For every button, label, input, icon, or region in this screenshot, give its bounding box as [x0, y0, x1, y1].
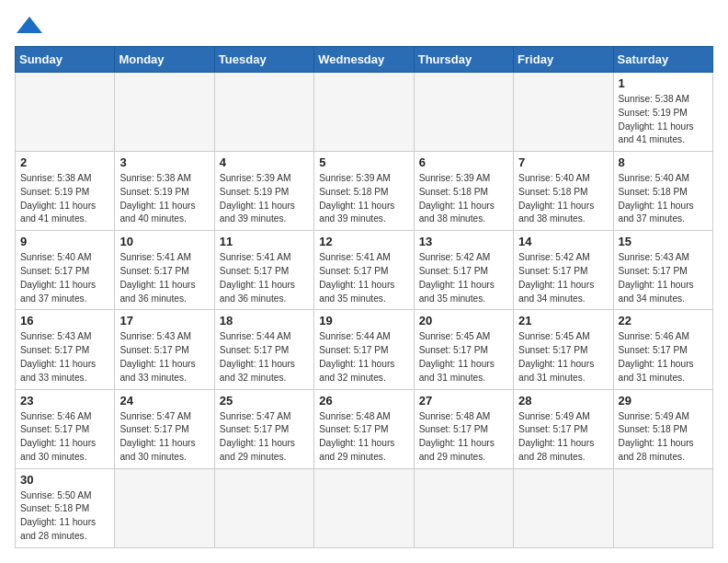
header [15, 15, 713, 35]
calendar-cell: 30Sunrise: 5:50 AM Sunset: 5:18 PM Dayli… [16, 468, 115, 547]
day-info: Sunrise: 5:38 AM Sunset: 5:19 PM Dayligh… [119, 172, 209, 226]
day-number: 7 [518, 155, 608, 169]
day-info: Sunrise: 5:46 AM Sunset: 5:17 PM Dayligh… [20, 410, 109, 465]
day-number: 29 [619, 394, 708, 408]
day-number: 17 [119, 314, 209, 327]
weekday-header-tuesday: Tuesday [214, 47, 313, 73]
day-info: Sunrise: 5:48 AM Sunset: 5:17 PM Dayligh… [319, 410, 408, 465]
calendar-cell [214, 73, 313, 152]
day-number: 26 [319, 394, 408, 408]
calendar-cell: 20Sunrise: 5:45 AM Sunset: 5:17 PM Dayli… [414, 310, 513, 389]
calendar-cell [414, 73, 513, 152]
calendar-cell: 28Sunrise: 5:49 AM Sunset: 5:17 PM Dayli… [514, 389, 613, 468]
calendar-cell: 7Sunrise: 5:40 AM Sunset: 5:18 PM Daylig… [514, 152, 613, 231]
day-info: Sunrise: 5:49 AM Sunset: 5:17 PM Dayligh… [518, 410, 608, 465]
day-info: Sunrise: 5:41 AM Sunset: 5:17 PM Dayligh… [220, 251, 309, 305]
logo-icon [17, 15, 42, 35]
day-info: Sunrise: 5:40 AM Sunset: 5:18 PM Dayligh… [619, 172, 708, 226]
day-number: 22 [619, 314, 708, 327]
week-row-0: 1Sunrise: 5:38 AM Sunset: 5:19 PM Daylig… [16, 73, 713, 152]
day-number: 21 [518, 314, 608, 327]
weekday-header-row: SundayMondayTuesdayWednesdayThursdayFrid… [16, 47, 713, 73]
day-number: 14 [518, 235, 608, 248]
calendar-cell: 14Sunrise: 5:42 AM Sunset: 5:17 PM Dayli… [514, 231, 613, 310]
day-number: 5 [319, 155, 408, 169]
day-info: Sunrise: 5:41 AM Sunset: 5:17 PM Dayligh… [119, 251, 209, 305]
calendar-cell [115, 73, 214, 152]
calendar-cell: 16Sunrise: 5:43 AM Sunset: 5:17 PM Dayli… [16, 310, 115, 389]
day-info: Sunrise: 5:50 AM Sunset: 5:18 PM Dayligh… [20, 489, 109, 544]
day-info: Sunrise: 5:39 AM Sunset: 5:18 PM Dayligh… [419, 172, 508, 226]
calendar-cell: 21Sunrise: 5:45 AM Sunset: 5:17 PM Dayli… [514, 310, 613, 389]
day-number: 25 [220, 394, 309, 408]
day-info: Sunrise: 5:44 AM Sunset: 5:17 PM Dayligh… [319, 330, 408, 385]
calendar-cell [414, 468, 513, 547]
day-info: Sunrise: 5:38 AM Sunset: 5:19 PM Dayligh… [619, 93, 708, 147]
calendar-cell: 25Sunrise: 5:47 AM Sunset: 5:17 PM Dayli… [214, 389, 313, 468]
calendar-cell: 27Sunrise: 5:48 AM Sunset: 5:17 PM Dayli… [414, 389, 513, 468]
day-number: 10 [119, 235, 209, 248]
calendar-cell: 15Sunrise: 5:43 AM Sunset: 5:17 PM Dayli… [613, 231, 712, 310]
calendar-cell [514, 73, 613, 152]
calendar-cell: 1Sunrise: 5:38 AM Sunset: 5:19 PM Daylig… [613, 73, 712, 152]
weekday-header-monday: Monday [115, 47, 214, 73]
calendar-cell [16, 73, 115, 152]
calendar-cell: 26Sunrise: 5:48 AM Sunset: 5:17 PM Dayli… [314, 389, 414, 468]
calendar-cell [214, 468, 313, 547]
day-info: Sunrise: 5:45 AM Sunset: 5:17 PM Dayligh… [419, 330, 508, 385]
calendar-cell: 9Sunrise: 5:40 AM Sunset: 5:17 PM Daylig… [16, 231, 115, 310]
day-info: Sunrise: 5:41 AM Sunset: 5:17 PM Dayligh… [319, 251, 408, 305]
calendar-cell: 4Sunrise: 5:39 AM Sunset: 5:19 PM Daylig… [214, 152, 313, 231]
day-number: 30 [20, 473, 109, 487]
day-number: 11 [220, 235, 309, 248]
weekday-header-friday: Friday [514, 47, 613, 73]
calendar-cell: 10Sunrise: 5:41 AM Sunset: 5:17 PM Dayli… [115, 231, 214, 310]
calendar-cell: 23Sunrise: 5:46 AM Sunset: 5:17 PM Dayli… [16, 389, 115, 468]
day-number: 23 [20, 394, 109, 408]
day-info: Sunrise: 5:44 AM Sunset: 5:17 PM Dayligh… [220, 330, 309, 385]
day-number: 1 [619, 76, 708, 90]
week-row-3: 16Sunrise: 5:43 AM Sunset: 5:17 PM Dayli… [16, 310, 713, 389]
calendar-cell: 12Sunrise: 5:41 AM Sunset: 5:17 PM Dayli… [314, 231, 414, 310]
day-number: 19 [319, 314, 408, 327]
calendar-cell: 24Sunrise: 5:47 AM Sunset: 5:17 PM Dayli… [115, 389, 214, 468]
calendar-cell: 8Sunrise: 5:40 AM Sunset: 5:18 PM Daylig… [613, 152, 712, 231]
calendar-cell: 22Sunrise: 5:46 AM Sunset: 5:17 PM Dayli… [613, 310, 712, 389]
day-number: 24 [119, 394, 209, 408]
week-row-5: 30Sunrise: 5:50 AM Sunset: 5:18 PM Dayli… [16, 468, 713, 547]
calendar-cell: 5Sunrise: 5:39 AM Sunset: 5:18 PM Daylig… [314, 152, 414, 231]
day-info: Sunrise: 5:42 AM Sunset: 5:17 PM Dayligh… [419, 251, 508, 305]
day-info: Sunrise: 5:39 AM Sunset: 5:18 PM Dayligh… [319, 172, 408, 226]
week-row-4: 23Sunrise: 5:46 AM Sunset: 5:17 PM Dayli… [16, 389, 713, 468]
svg-marker-0 [17, 17, 42, 33]
calendar-cell [314, 73, 414, 152]
calendar-cell: 11Sunrise: 5:41 AM Sunset: 5:17 PM Dayli… [214, 231, 313, 310]
calendar-cell [514, 468, 613, 547]
day-number: 9 [20, 235, 109, 248]
day-info: Sunrise: 5:49 AM Sunset: 5:18 PM Dayligh… [619, 410, 708, 465]
day-number: 28 [518, 394, 608, 408]
weekday-header-sunday: Sunday [16, 47, 115, 73]
calendar-cell: 18Sunrise: 5:44 AM Sunset: 5:17 PM Dayli… [214, 310, 313, 389]
day-info: Sunrise: 5:42 AM Sunset: 5:17 PM Dayligh… [518, 251, 608, 305]
day-info: Sunrise: 5:39 AM Sunset: 5:19 PM Dayligh… [220, 172, 309, 226]
calendar-cell [613, 468, 712, 547]
day-number: 4 [220, 155, 309, 169]
day-number: 6 [419, 155, 508, 169]
calendar-cell: 13Sunrise: 5:42 AM Sunset: 5:17 PM Dayli… [414, 231, 513, 310]
day-info: Sunrise: 5:45 AM Sunset: 5:17 PM Dayligh… [518, 330, 608, 385]
day-number: 27 [419, 394, 508, 408]
day-number: 18 [220, 314, 309, 327]
calendar-cell: 29Sunrise: 5:49 AM Sunset: 5:18 PM Dayli… [613, 389, 712, 468]
day-info: Sunrise: 5:43 AM Sunset: 5:17 PM Dayligh… [119, 330, 209, 385]
calendar: SundayMondayTuesdayWednesdayThursdayFrid… [15, 46, 713, 548]
day-number: 12 [319, 235, 408, 248]
calendar-cell: 17Sunrise: 5:43 AM Sunset: 5:17 PM Dayli… [115, 310, 214, 389]
calendar-cell [314, 468, 414, 547]
day-number: 3 [119, 155, 209, 169]
day-info: Sunrise: 5:47 AM Sunset: 5:17 PM Dayligh… [220, 410, 309, 465]
calendar-cell: 19Sunrise: 5:44 AM Sunset: 5:17 PM Dayli… [314, 310, 414, 389]
day-info: Sunrise: 5:40 AM Sunset: 5:17 PM Dayligh… [20, 251, 109, 305]
day-info: Sunrise: 5:43 AM Sunset: 5:17 PM Dayligh… [619, 251, 708, 305]
weekday-header-saturday: Saturday [613, 47, 712, 73]
